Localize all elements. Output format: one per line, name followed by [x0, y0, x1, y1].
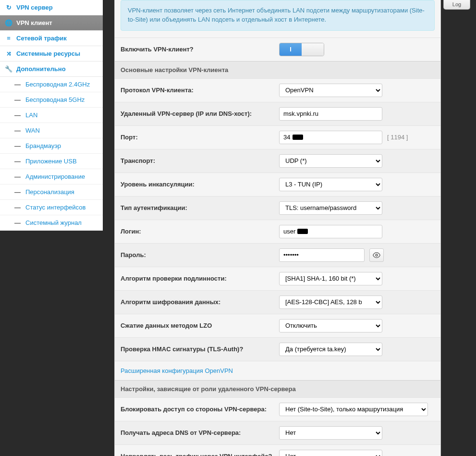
server-input[interactable]	[279, 107, 382, 121]
toggle-off	[302, 43, 324, 56]
row-cipher: Алгоритм шифрования данных: [AES-128-CBC…	[115, 290, 440, 314]
dash-icon: —	[14, 204, 21, 211]
dash-icon: —	[14, 96, 21, 103]
sidebar-sub-label: Статус интерфейсов	[25, 204, 85, 211]
protocol-label: Протокол VPN-клиента:	[121, 86, 279, 94]
row-port: Порт: [ 1194 ]	[115, 125, 440, 149]
dash-icon: —	[14, 158, 21, 165]
sidebar-sub-usb[interactable]: —Приложение USB	[0, 154, 103, 169]
sidebar-item-traffic[interactable]: ≡ Сетевой трафик	[0, 31, 103, 46]
login-input[interactable]	[279, 225, 382, 238]
sidebar-sub-label: Брандмауэр	[25, 142, 61, 149]
dns-label: Получать адреса DNS от VPN-сервера:	[121, 429, 279, 436]
main-panel: VPN-клиент позволяет через сеть Интернет…	[114, 0, 441, 456]
sidebar-item-vpn-client[interactable]: 🌐 VPN клиент	[0, 15, 103, 31]
section-role-settings: Настройки, зависящие от роли удаленного …	[115, 380, 440, 397]
row-block: Блокировать доступ со стороны VPN-сервер…	[115, 397, 440, 421]
dash-icon: —	[14, 173, 21, 180]
port-label: Порт:	[121, 134, 279, 141]
route-select[interactable]: Нет	[279, 450, 382, 456]
sidebar-sub-ifstatus[interactable]: —Статус интерфейсов	[0, 200, 103, 215]
block-label: Блокировать доступ со стороны VPN-сервер…	[121, 406, 279, 413]
transport-label: Транспорт:	[121, 157, 279, 164]
row-login: Логин:	[115, 220, 440, 243]
sidebar-sub-label: Системный журнал	[25, 219, 82, 226]
sidebar-sub-label: Персонализация	[25, 188, 74, 196]
sidebar-sub-syslog[interactable]: —Системный журнал	[0, 215, 103, 231]
block-select[interactable]: Нет (Site-to-Site), только маршрутизация	[279, 403, 428, 416]
eye-icon	[373, 251, 380, 259]
sidebar-item-advanced[interactable]: 🔧 Дополнительно	[0, 62, 103, 77]
sidebar-sub-label: Администрирование	[25, 173, 85, 180]
row-encap: Уровень инкапсуляции: L3 - TUN (IP)	[115, 173, 440, 196]
sidebar-sub-personal[interactable]: —Персонализация	[0, 185, 103, 200]
svg-point-0	[376, 254, 378, 256]
redacted-mark	[293, 135, 303, 140]
sidebar-sub-wifi24[interactable]: —Беспроводная 2.4GHz	[0, 77, 103, 92]
tlsauth-label: Проверка HMAC сигнатуры (TLS-Auth)?	[121, 345, 279, 353]
tlsauth-select[interactable]: Да (требуется ta.key)	[279, 343, 382, 356]
sidebar-item-label: VPN сервер	[16, 4, 53, 11]
swap-icon: ↻	[5, 4, 12, 11]
toggle-on: I	[280, 43, 302, 56]
sidebar-sub-wan[interactable]: —WAN	[0, 123, 103, 138]
sidebar-item-label: Сетевой трафик	[16, 35, 67, 42]
password-label: Пароль:	[121, 251, 279, 259]
lzo-label: Сжатие данных методом LZO	[121, 322, 279, 329]
sidebar-sub-firewall[interactable]: —Брандмауэр	[0, 138, 103, 154]
row-advanced-link: Расширенная конфигурация OpenVPN	[115, 361, 440, 380]
enable-toggle[interactable]: I	[279, 43, 324, 56]
dns-select[interactable]: Нет	[279, 426, 382, 440]
row-server: Удаленный VPN-сервер (IP или DNS-хост):	[115, 102, 440, 125]
sidebar-sub-admin[interactable]: —Администрирование	[0, 169, 103, 185]
row-protocol: Протокол VPN-клиента: OpenVPN	[115, 78, 440, 102]
sidebar-item-label: Системные ресурсы	[16, 50, 80, 57]
transport-select[interactable]: UDP (*)	[279, 154, 382, 168]
sidebar-item-vpn-server[interactable]: ↻ VPN сервер	[0, 0, 103, 15]
dash-icon: —	[14, 81, 21, 88]
sidebar-item-resources[interactable]: ⤮ Системные ресурсы	[0, 46, 103, 62]
sidebar-item-label: VPN клиент	[16, 19, 52, 26]
sidebar-sub-wifi5[interactable]: —Беспроводная 5GHz	[0, 92, 103, 108]
section-main-settings: Основные настройки VPN-клиента	[115, 61, 440, 78]
encap-select[interactable]: L3 - TUN (IP)	[279, 178, 382, 191]
server-label: Удаленный VPN-сервер (IP или DNS-хост):	[121, 110, 279, 117]
authalgo-label: Алгоритм проверки подлинности:	[121, 275, 279, 282]
sidebar-sub-label: Приложение USB	[25, 158, 77, 165]
enable-label: Включить VPN-клиент?	[121, 46, 279, 53]
row-dns: Получать адреса DNS от VPN-сервера: Нет	[115, 421, 440, 444]
password-input[interactable]	[279, 248, 365, 262]
row-tlsauth: Проверка HMAC сигнатуры (TLS-Auth)? Да (…	[115, 337, 440, 361]
wrench-icon: 🔧	[5, 65, 12, 73]
redacted-mark	[297, 229, 308, 234]
login-label: Логин:	[121, 228, 279, 235]
globe-icon: 🌐	[5, 19, 12, 26]
protocol-select[interactable]: OpenVPN	[279, 84, 382, 97]
reveal-password-button[interactable]	[369, 248, 384, 262]
dash-icon: —	[14, 219, 21, 226]
cipher-select[interactable]: [AES-128-CBC] AES, 128 bit	[279, 296, 382, 309]
row-lzo: Сжатие данных методом LZO Отключить	[115, 314, 440, 337]
shuffle-icon: ⤮	[5, 50, 12, 57]
sidebar-sub-label: WAN	[25, 127, 40, 134]
port-hint: [ 1194 ]	[387, 134, 408, 141]
lzo-select[interactable]: Отключить	[279, 319, 382, 333]
dash-icon: —	[14, 127, 21, 134]
auth-select[interactable]: TLS: username/password	[279, 201, 382, 215]
sidebar: ↻ VPN сервер 🌐 VPN клиент ≡ Сетевой траф…	[0, 0, 103, 231]
info-box: VPN-клиент позволяет через сеть Интернет…	[121, 0, 435, 31]
sidebar-sub-label: LAN	[25, 111, 37, 119]
sidebar-item-label: Дополнительно	[16, 65, 66, 73]
row-authalgo: Алгоритм проверки подлинности: [SHA1] SH…	[115, 267, 440, 290]
authalgo-select[interactable]: [SHA1] SHA-1, 160 bit (*)	[279, 272, 382, 285]
cipher-label: Алгоритм шифрования данных:	[121, 298, 279, 306]
row-transport: Транспорт: UDP (*)	[115, 149, 440, 173]
advanced-config-link[interactable]: Расширенная конфигурация OpenVPN	[121, 367, 233, 374]
encap-label: Уровень инкапсуляции:	[121, 181, 279, 188]
sidebar-sub-lan[interactable]: —LAN	[0, 108, 103, 123]
row-route: Направлять весь трафик через VPN интерфе…	[115, 444, 440, 456]
dash-icon: —	[14, 188, 21, 196]
log-tab[interactable]: Log	[443, 0, 470, 10]
route-label: Направлять весь трафик через VPN интерфе…	[121, 453, 279, 456]
dash-icon: —	[14, 142, 21, 149]
